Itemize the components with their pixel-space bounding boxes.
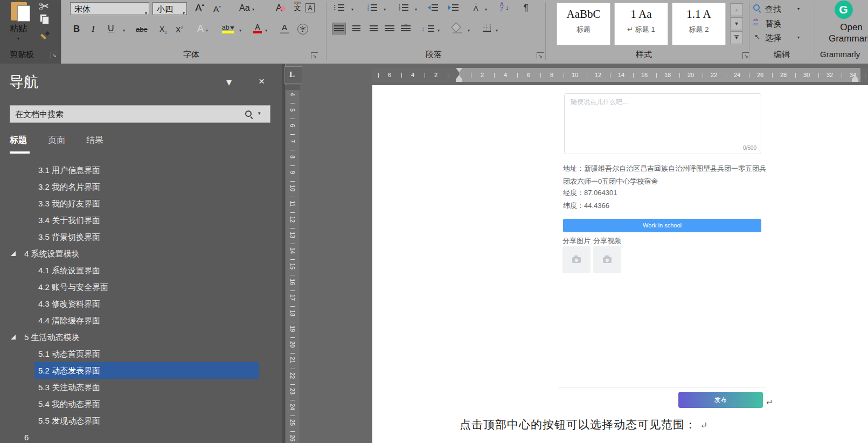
align-right-button[interactable] [366,23,380,34]
phonetic-guide-button[interactable]: wén 文 [292,1,303,12]
italic-button[interactable]: I [92,24,95,34]
nav-close-icon[interactable]: × [259,75,265,87]
underline-arrow[interactable]: ▾ [123,28,125,33]
ruler-number: 15 [289,261,296,272]
nav-heading-item[interactable]: 6 [0,429,282,443]
style-card[interactable]: 1 Aa↵ 标题 1 [614,3,668,45]
sort-button[interactable]: A Z ↓ [500,2,504,12]
borders-button[interactable] [483,24,491,32]
tab-stop-selector[interactable]: L [284,66,302,84]
char-counter: 0/500 [743,145,756,151]
horizontal-ruler[interactable]: 642246810121416182022242628303234 [372,68,868,82]
search-options-chevron-icon[interactable]: ▾ [258,110,261,116]
nav-heading-item[interactable]: 4.1 系统设置界面 [0,262,282,279]
shading-button[interactable] [453,24,462,33]
ruler-tick [378,73,379,78]
first-line-indent-marker[interactable] [456,68,462,72]
nav-heading-item[interactable]: 3.4 关于我们界面 [0,212,282,229]
underline-button[interactable]: U [108,24,114,33]
nav-heading-item[interactable]: 3.2 我的名片界面 [0,178,282,195]
collapse-triangle-icon[interactable] [11,251,16,256]
format-painter-button[interactable] [39,30,53,43]
cursor-arrow-icon: ↖ [754,33,760,41]
numbering-button[interactable]: 123 [366,4,377,11]
clear-formatting-button[interactable]: A [276,3,285,13]
vertical-ruler[interactable]: 4567891011121314151617181920212223242526… [285,85,300,443]
font-color-swatch [253,31,262,33]
bold-button[interactable]: B [73,24,80,34]
ruler-tick [587,73,587,78]
heading-label: 4 系统设置模块 [24,249,80,258]
nav-heading-item[interactable]: 5.1 动态首页界面 [0,345,282,362]
tab-results[interactable]: 结果 [86,135,103,146]
font-color-button[interactable]: A [253,23,262,33]
nav-heading-item[interactable]: 5.4 我的动态界面 [0,396,282,412]
open-grammarly-button[interactable]: G Open Grammarly [819,1,868,48]
right-indent-marker[interactable] [852,75,858,79]
tab-headings[interactable]: 标题 [10,135,27,146]
nav-heading-item[interactable]: 4.2 账号与安全界面 [0,279,282,295]
ruler-number: 10 [572,68,578,82]
latitude-text: 纬度：44.4366 [563,201,609,211]
nav-search-input[interactable]: 在文档中搜索 ▾ [10,105,270,123]
multilevel-list-button[interactable]: 1ai [398,4,408,11]
distribute-button[interactable]: ↔ [399,23,413,34]
character-shading-button[interactable]: A [280,23,289,34]
ruler-tick [290,244,295,244]
style-card[interactable]: AaBbC标题 [557,3,610,45]
ruler-number: 11 [289,198,296,209]
active-tab-underline [10,151,30,154]
nav-heading-item[interactable]: 4.4 清除缓存界面 [0,312,282,329]
strikethrough-button[interactable]: abe [136,25,148,33]
paragraph-dialog-launcher-icon[interactable]: ↘ [537,52,544,59]
nav-heading-item[interactable]: 5.2 动态发表界面 [0,362,282,379]
character-scaling-button[interactable]: ↔ A [470,1,482,12]
hanging-indent-marker[interactable] [456,75,462,79]
font-family-combobox[interactable]: 宋体▾ [70,2,149,15]
align-left-button[interactable] [332,23,346,34]
align-center-button[interactable] [349,23,363,34]
subscript-button[interactable]: X2 [159,25,167,35]
bullets-button[interactable]: ••• [334,4,344,11]
nav-heading-item[interactable]: 5 生活动态模块 [0,329,282,345]
right-indent-marker[interactable] [852,79,858,82]
shrink-font-button[interactable]: A▾ [213,4,221,13]
location-button: Work in school [563,219,761,232]
post-placeholder: 随便说点儿什么吧... [571,98,628,107]
copy-button[interactable] [40,14,54,26]
nav-heading-item[interactable]: 5.5 发现动态界面 [0,412,282,429]
nav-heading-item[interactable]: 3.5 背景切换界面 [0,229,282,245]
styles-scroll-down-button[interactable]: ▼ [730,17,743,30]
nav-heading-item[interactable]: 5.3 关注动态界面 [0,379,282,396]
ruler-number: 28 [780,68,787,82]
collapse-triangle-icon[interactable] [11,335,16,340]
highlight-color-button[interactable]: ab [222,24,234,33]
publish-button: 发布 [678,392,763,408]
nav-heading-item[interactable]: 3.1 用户信息界面 [0,162,282,178]
font-dialog-launcher-icon[interactable]: ↘ [311,52,318,59]
text-effects-button[interactable]: A ▾ [197,23,208,34]
left-indent-marker[interactable] [456,79,462,82]
styles-scroll-up-button[interactable]: ▲ [730,3,743,16]
ruler-number: 22 [289,370,296,381]
clipboard-dialog-launcher-icon[interactable]: ↘ [51,52,58,59]
nav-heading-item[interactable]: 4 系统设置模块 [0,245,282,262]
enclose-characters-button[interactable]: 字 [297,24,308,34]
nav-chevron-down-icon[interactable]: ▾ [226,75,232,88]
tab-pages[interactable]: 页面 [48,135,65,146]
line-spacing-button[interactable]: ↕ [421,24,425,33]
justify-button[interactable] [383,23,397,34]
grow-font-button[interactable]: A▴ [195,2,204,14]
character-border-button[interactable]: A [305,3,315,12]
change-case-button[interactable]: Aa ▾ [239,3,254,13]
paste-button[interactable]: 粘贴 ▾ [4,1,36,48]
heading-label: 3.3 我的好友界面 [38,199,100,208]
styles-more-button[interactable]: ▼ [730,31,743,44]
font-size-combobox[interactable]: 小四▾ [152,2,187,15]
show-marks-button[interactable]: ¶ [524,3,529,13]
cut-button[interactable] [39,1,53,12]
nav-heading-item[interactable]: 3.3 我的好友界面 [0,195,282,212]
superscript-button[interactable]: X2 [176,25,183,34]
style-card[interactable]: 1.1 A标题 2 [672,3,726,45]
nav-heading-item[interactable]: 4.3 修改资料界面 [0,295,282,312]
